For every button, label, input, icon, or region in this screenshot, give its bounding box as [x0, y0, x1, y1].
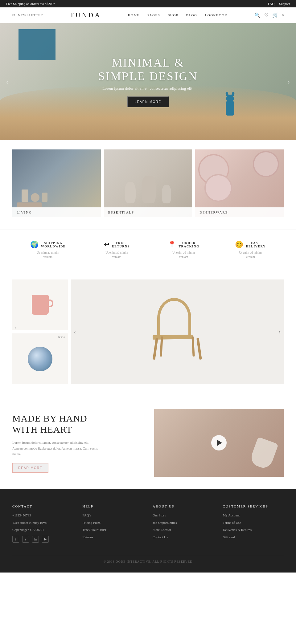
nav-item-pages[interactable]: PAGES [147, 13, 160, 17]
footer-help-link[interactable]: FAQ's [83, 513, 144, 518]
top-bar: Free Shipping on orders over $200* FAQ S… [0, 0, 296, 7]
footer-customer-link[interactable]: My Account [223, 513, 284, 518]
footer-help-heading: HELP [83, 504, 144, 508]
faq-link[interactable]: FAQ [268, 2, 274, 6]
footer-about-link[interactable]: Store Locator [153, 527, 214, 533]
feature-returns: ↩ FREERETURNS Ut enim ad minim veniam [101, 241, 132, 259]
about-body: Lorem ipsum dolor sit amet, consectetuer… [12, 440, 99, 457]
search-icon[interactable]: 🔍 [254, 12, 261, 18]
hero-prev-arrow[interactable]: ‹ [6, 78, 8, 85]
returns-title: FREERETURNS [112, 241, 130, 248]
play-button[interactable] [211, 435, 227, 450]
hero-cat-figure [226, 100, 234, 116]
chair-illustration [150, 298, 205, 366]
nav-item-shop[interactable]: SHOP [168, 13, 178, 17]
footer-help-link[interactable]: Returns [83, 535, 144, 540]
main-nav: HOMEPAGESSHOPBLOGLOOKBOOK [128, 13, 228, 17]
delivery-sub: Ut enim ad minim veniam [235, 251, 266, 259]
feature-tracking: 📍 ORDERTRACKING Ut enim ad minim veniam [168, 241, 199, 259]
product-thumb-plate[interactable]: NEW [12, 333, 68, 384]
features-bar: 🌍 SHIPPINGWORLDWIDE Ut enim ad minim ven… [0, 230, 296, 270]
footer-about-heading: ABOUT US [153, 504, 214, 508]
feature-shipping: 🌍 SHIPPINGWORLDWIDE Ut enim ad minim ven… [30, 241, 66, 259]
plate-illustration [28, 347, 52, 371]
carousel-next-arrow[interactable]: › [279, 329, 281, 335]
cart-count: 0 [282, 13, 284, 17]
hero-next-arrow[interactable]: › [288, 78, 290, 85]
product-carousel-section: y NEW ‹ › [0, 273, 296, 397]
cart-icon[interactable]: 🛒 [272, 12, 278, 18]
newsletter-area[interactable]: ✉ NEWSLETTER [12, 13, 43, 17]
category-living[interactable]: LIVING [12, 149, 101, 217]
tracking-sub: Ut enim ad minim veniam [168, 251, 199, 259]
footer-about: ABOUT US Our StoryJob OpportunitiesStore… [153, 504, 214, 543]
returns-sub: Ut enim ad minim veniam [101, 251, 132, 259]
hero-title: MINIMAL & SIMPLE DESIGN [98, 56, 198, 83]
footer-customer-link[interactable]: Deliveries & Returns [223, 527, 284, 533]
category-essentials[interactable]: ESSENTIALS [104, 149, 192, 217]
footer-address1: 1316 Abbot Kinney Blvd. [12, 520, 73, 526]
footer-help-link[interactable]: Pricing Plans [83, 520, 144, 526]
nav-item-lookbook[interactable]: LOOKBOOK [205, 13, 228, 17]
hero-subtitle: Lorem ipsum dolor sit amet, consectetur … [98, 86, 198, 91]
hero-blue-accent [18, 29, 56, 60]
about-section: MADE BY HAND WITH HEART Lorem ipsum dolo… [0, 397, 296, 489]
footer-about-link[interactable]: Our Story [153, 513, 214, 518]
footer-socials: f t in ▶ [12, 536, 73, 543]
newsletter-label: NEWSLETTER [18, 13, 43, 17]
tracking-icon: 📍 [168, 241, 176, 249]
newsletter-icon: ✉ [12, 13, 15, 17]
nav-item-home[interactable]: HOME [128, 13, 140, 17]
youtube-icon[interactable]: ▶ [42, 536, 49, 543]
footer-customer-link[interactable]: Terms of Use [223, 520, 284, 526]
site-header: ✉ NEWSLETTER TUNDA HOMEPAGESSHOPBLOGLOOK… [0, 7, 296, 23]
hero-banner: MINIMAL & SIMPLE DESIGN Lorem ipsum dolo… [0, 23, 296, 140]
category-dinnerware[interactable]: DINNERWARE [195, 149, 284, 217]
header-icons: 🔍 ♡ 🛒 0 [254, 12, 284, 18]
returns-icon: ↩ [104, 241, 109, 249]
footer-contact: CONTACT +1123456789 1316 Abbot Kinney Bl… [12, 504, 73, 543]
footer-customer-heading: CUSTOMER SERVICES [223, 504, 284, 508]
footer-phone: +1123456789 [12, 513, 73, 518]
about-text-block: MADE BY HAND WITH HEART Lorem ipsum dolo… [12, 413, 142, 473]
footer-help: HELP FAQ'sPricing PlansTrack Your OrderR… [83, 504, 144, 543]
wishlist-icon[interactable]: ♡ [264, 12, 269, 18]
site-footer: CONTACT +1123456789 1316 Abbot Kinney Bl… [0, 489, 296, 573]
about-video-thumbnail[interactable] [154, 409, 284, 477]
shipping-sub: Ut enim ad minim veniam [32, 251, 63, 259]
facebook-icon[interactable]: f [12, 536, 19, 543]
footer-help-link[interactable]: Track Your Order [83, 527, 144, 533]
footer-about-link[interactable]: Job Opportunities [153, 520, 214, 526]
footer-customer-link[interactable]: Gift card [223, 535, 284, 540]
feature-delivery: 😊 FASTDELIVERY Ut enim ad minim veniam [235, 241, 266, 259]
footer-copyright: © 2018 QODE INTERACTIVE. ALL RIGHTS RESE… [12, 555, 284, 563]
tracking-title: ORDERTRACKING [179, 241, 199, 248]
carousel-prev-arrow[interactable]: ‹ [74, 329, 76, 335]
play-triangle-icon [217, 440, 222, 446]
delivery-title: FASTDELIVERY [246, 241, 265, 248]
footer-customer: CUSTOMER SERVICES My AccountTerms of Use… [223, 504, 284, 543]
footer-grid: CONTACT +1123456789 1316 Abbot Kinney Bl… [12, 504, 284, 543]
footer-address2: Copenhagen CA 90291 [12, 527, 73, 533]
category-dinnerware-label: DINNERWARE [195, 207, 284, 217]
site-logo[interactable]: TUNDA [70, 11, 101, 19]
product-thumb-mug[interactable]: y [12, 279, 68, 330]
about-cta-button[interactable]: READ MORE [12, 463, 48, 473]
product-small-tag: y [15, 325, 16, 329]
nav-item-blog[interactable]: BLOG [186, 13, 197, 17]
category-living-label: LIVING [12, 207, 101, 217]
twitter-icon[interactable]: t [22, 536, 29, 543]
delivery-icon: 😊 [235, 241, 243, 249]
product-small-column: y NEW [12, 279, 68, 384]
promo-text: Free Shipping on orders over $200* [6, 2, 55, 6]
footer-about-link[interactable]: Contact Us [153, 535, 214, 540]
product-large-chair[interactable]: ‹ › [71, 279, 284, 384]
new-badge: NEW [58, 336, 66, 339]
footer-contact-heading: CONTACT [12, 504, 73, 508]
about-title: MADE BY HAND WITH HEART [12, 413, 142, 435]
support-link[interactable]: Support [279, 2, 290, 6]
shipping-icon: 🌍 [30, 241, 39, 249]
instagram-icon[interactable]: in [32, 536, 39, 543]
hero-cta-button[interactable]: LEARN MORE [127, 96, 169, 107]
category-grid: LIVING ESSENTIALS DINNERWARE [0, 140, 296, 226]
